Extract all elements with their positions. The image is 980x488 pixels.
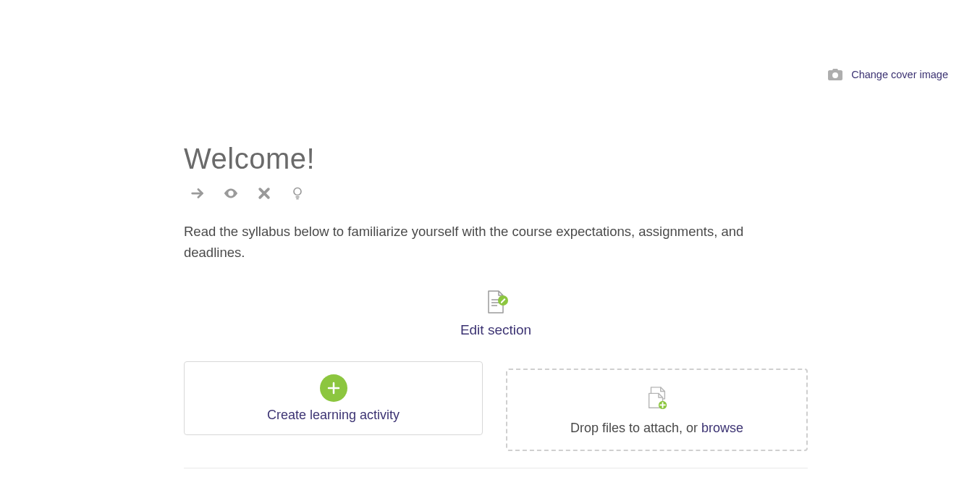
document-edit-icon: [483, 289, 509, 318]
camera-icon: [828, 69, 842, 80]
page-title: Welcome!: [184, 143, 808, 175]
main-content: Welcome! Read: [184, 143, 808, 451]
arrow-right-icon[interactable]: [190, 185, 206, 201]
browse-link[interactable]: browse: [701, 421, 743, 435]
edit-section-button[interactable]: Edit section: [184, 289, 808, 338]
create-activity-label: Create learning activity: [267, 408, 400, 423]
close-icon[interactable]: [256, 185, 272, 201]
actions-row: Create learning activity Drop files to a…: [184, 361, 808, 451]
divider: [184, 468, 808, 468]
drop-text-static: Drop files to attach, or: [570, 421, 701, 435]
lightbulb-icon[interactable]: [290, 185, 305, 201]
svg-point-5: [294, 188, 301, 195]
svg-point-0: [834, 74, 837, 77]
plus-icon: [320, 374, 347, 402]
change-cover-button[interactable]: Change cover image: [828, 69, 948, 80]
section-description: Read the syllabus below to familiarize y…: [184, 222, 763, 263]
create-activity-button[interactable]: Create learning activity: [184, 361, 483, 435]
edit-section-label: Edit section: [184, 322, 808, 338]
eye-icon[interactable]: [223, 185, 239, 201]
file-drop-zone[interactable]: Drop files to attach, or browse: [506, 369, 808, 451]
file-upload-icon: [645, 384, 669, 413]
drop-text: Drop files to attach, or browse: [570, 421, 743, 436]
change-cover-label: Change cover image: [851, 69, 948, 80]
svg-point-2: [229, 192, 232, 195]
section-toolbar: [184, 185, 808, 201]
